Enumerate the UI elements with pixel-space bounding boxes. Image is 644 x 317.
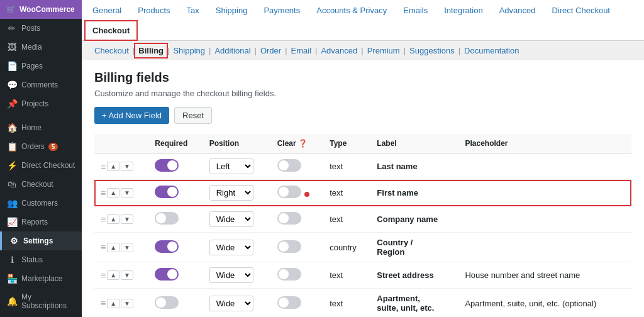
sidebar-item-comments[interactable]: 💬 Comments	[0, 75, 82, 94]
required-toggle[interactable]	[155, 159, 179, 172]
required-toggle[interactable]	[155, 240, 179, 253]
sep-3: |	[208, 45, 212, 57]
sidebar-item-orders[interactable]: 📋 Orders 5	[0, 137, 82, 156]
subtab-premium[interactable]: Premium	[365, 45, 402, 57]
subtab-additional[interactable]: Additional	[212, 45, 253, 57]
clear-toggle[interactable]	[277, 212, 301, 225]
subtab-shipping[interactable]: Shipping	[170, 45, 208, 57]
sidebar-item-pages[interactable]: 📄 Pages	[0, 57, 82, 75]
position-select[interactable]: LeftRightWide	[209, 211, 253, 227]
sidebar-item-settings[interactable]: ⚙ Settings	[0, 231, 82, 250]
tab-general[interactable]: General	[84, 0, 130, 21]
clear-toggle[interactable]	[277, 186, 301, 198]
sidebar-item-media[interactable]: 🖼 Media	[0, 38, 82, 57]
required-toggle[interactable]	[155, 186, 179, 198]
tab-emails[interactable]: Emails	[395, 0, 436, 21]
tab-integration[interactable]: Integration	[436, 0, 491, 21]
sort-up-button[interactable]: ▲	[107, 299, 119, 308]
marketplace-icon: 🏪	[6, 274, 18, 284]
subtab-suggestions[interactable]: Suggestions	[407, 45, 457, 57]
orders-icon: 📋	[6, 142, 18, 152]
sort-down-button[interactable]: ▼	[121, 188, 133, 197]
placeholder-cell	[458, 206, 631, 233]
sidebar-item-status[interactable]: ℹ Status	[0, 250, 82, 269]
drag-lines-icon[interactable]: ≡	[101, 188, 106, 198]
subtab-documentation[interactable]: Documentation	[462, 45, 521, 57]
position-select[interactable]: LeftRightWide	[209, 267, 253, 283]
position-select[interactable]: LeftRightWide	[209, 158, 253, 174]
sep-7: |	[360, 45, 364, 57]
position-select[interactable]: LeftRightWide	[209, 185, 253, 201]
drag-lines-icon[interactable]: ≡	[101, 242, 106, 252]
content-area: Billing fields Customize and manage the …	[82, 60, 644, 317]
sort-up-button[interactable]: ▲	[107, 188, 119, 197]
type-cell: text	[323, 289, 370, 318]
sort-down-button[interactable]: ▼	[121, 162, 133, 171]
position-cell: LeftRightWide	[203, 180, 271, 206]
woo-label: WooCommerce	[19, 5, 75, 14]
sort-down-button[interactable]: ▼	[121, 214, 133, 224]
position-select[interactable]: LeftRightWide	[209, 296, 253, 311]
required-cell	[148, 180, 203, 206]
sidebar-item-checkout[interactable]: 🛍 Checkout	[0, 175, 82, 194]
sidebar-item-home[interactable]: 🏠 Home	[0, 118, 82, 137]
tab-tax[interactable]: Tax	[179, 0, 208, 21]
required-toggle[interactable]	[155, 212, 179, 225]
sort-down-button[interactable]: ▼	[121, 299, 133, 308]
subtab-email[interactable]: Email	[289, 45, 314, 57]
tab-advanced[interactable]: Advanced	[491, 0, 544, 21]
clear-cell	[271, 180, 324, 206]
tab-shipping[interactable]: Shipping	[208, 0, 256, 21]
required-cell	[148, 206, 203, 233]
reset-button[interactable]: Reset	[174, 107, 212, 124]
position-select[interactable]: LeftRightWide	[209, 240, 253, 255]
pages-icon: 📄	[6, 61, 18, 71]
clear-toggle[interactable]	[277, 240, 301, 253]
sidebar-item-label: My Subscriptions	[21, 292, 75, 310]
tab-accounts-privacy[interactable]: Accounts & Privacy	[308, 0, 395, 21]
sidebar-item-projects[interactable]: 📌 Projects	[0, 94, 82, 113]
sidebar-item-my-subscriptions[interactable]: 🔔 My Subscriptions	[0, 288, 82, 314]
subtab-checkout[interactable]: Checkout	[92, 45, 131, 57]
tab-products[interactable]: Products	[130, 0, 178, 21]
drag-lines-icon[interactable]: ≡	[101, 270, 106, 281]
sidebar-item-posts[interactable]: ✏ Posts	[0, 19, 82, 38]
tab-payments[interactable]: Payments	[255, 0, 308, 21]
sidebar-item-direct-checkout[interactable]: ⚡ Direct Checkout	[0, 156, 82, 175]
sidebar-item-marketplace[interactable]: 🏪 Marketplace	[0, 269, 82, 288]
label-cell: Last name	[370, 153, 458, 180]
sidebar-item-customers[interactable]: 👥 Customers	[0, 194, 82, 213]
clear-toggle[interactable]	[277, 159, 301, 172]
add-new-field-button[interactable]: + Add New Field	[94, 107, 169, 124]
table-row: ≡ ▲ ▼ LeftRightWide	[94, 153, 631, 180]
row-handle-cell: ≡ ▲ ▼	[94, 262, 148, 289]
label-cell: Apartment,suite, unit, etc.	[370, 289, 458, 318]
col-placeholder: Placeholder	[458, 134, 631, 153]
sidebar-item-label: Customers	[21, 199, 58, 208]
sort-up-button[interactable]: ▲	[107, 270, 119, 280]
sep-9: |	[457, 45, 462, 57]
woocommerce-menu-header[interactable]: 🛒 WooCommerce	[0, 0, 82, 19]
tab-checkout[interactable]: Checkout	[84, 20, 138, 41]
drag-lines-icon[interactable]: ≡	[101, 162, 106, 172]
sidebar-item-reports[interactable]: 📈 Reports	[0, 213, 82, 231]
clear-toggle[interactable]	[277, 268, 301, 281]
sort-up-button[interactable]: ▲	[107, 214, 119, 224]
subtab-billing[interactable]: Billing	[136, 45, 166, 57]
sidebar-item-label: Media	[21, 43, 42, 52]
drag-lines-icon[interactable]: ≡	[101, 298, 106, 308]
required-toggle[interactable]	[155, 296, 179, 309]
sep-5: |	[284, 45, 288, 57]
col-handle	[94, 134, 148, 153]
subtab-advanced[interactable]: Advanced	[318, 45, 360, 57]
subscriptions-icon: 🔔	[6, 296, 18, 306]
clear-toggle[interactable]	[277, 296, 301, 309]
sort-down-button[interactable]: ▼	[121, 243, 133, 252]
sort-down-button[interactable]: ▼	[121, 270, 133, 280]
drag-lines-icon[interactable]: ≡	[101, 214, 106, 225]
tab-direct-checkout[interactable]: Direct Checkout	[544, 0, 618, 21]
sort-up-button[interactable]: ▲	[107, 243, 119, 252]
subtab-order[interactable]: Order	[258, 45, 284, 57]
required-toggle[interactable]	[155, 268, 179, 281]
sort-up-button[interactable]: ▲	[107, 162, 119, 171]
